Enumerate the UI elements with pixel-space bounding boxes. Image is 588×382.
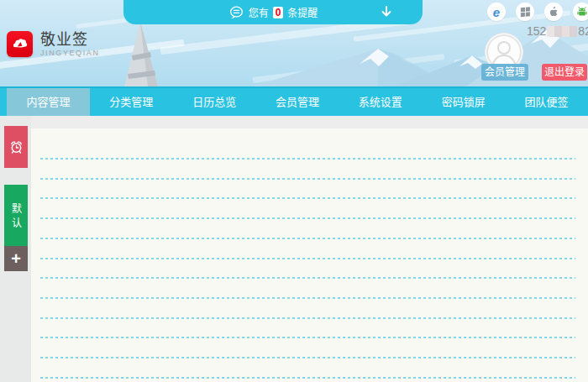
tab-category-manage[interactable]: 分类管理 (90, 88, 173, 116)
logout-button[interactable]: 退出登录 (542, 64, 587, 81)
tab-calendar-overview[interactable]: 日历总览 (173, 88, 256, 116)
app-name: 敬业签 (40, 31, 100, 48)
reminder-category-button[interactable] (4, 126, 28, 168)
note-line (40, 317, 575, 319)
android-icon[interactable] (573, 3, 588, 21)
notes-area[interactable] (31, 128, 588, 382)
note-line (40, 297, 575, 299)
app-window: 敬业签 JINGYEQIAN 您有 0 条提醒 e (0, 0, 588, 382)
phone-redaction (547, 26, 577, 37)
note-line (40, 197, 575, 199)
note-line (40, 217, 575, 219)
member-manage-button[interactable]: 会员管理 (481, 64, 528, 81)
tab-content-manage[interactable]: 内容管理 (7, 88, 90, 116)
category-rail: 默认 + (0, 116, 31, 382)
app-name-latin: JINGYEQIAN (40, 49, 100, 57)
note-line (40, 377, 575, 379)
notification-banner[interactable]: 您有 0 条提醒 (123, 0, 423, 24)
phone-suffix: 82 (578, 24, 588, 38)
apple-icon[interactable] (544, 3, 563, 21)
note-line (40, 277, 575, 279)
header: 敬业签 JINGYEQIAN 您有 0 条提醒 e (0, 0, 588, 86)
notification-count-badge: 0 (273, 7, 284, 18)
ie-browser-icon[interactable]: e (487, 3, 506, 21)
add-category-button[interactable]: + (4, 246, 28, 271)
note-line (40, 337, 575, 338)
collapse-arrow-icon[interactable] (379, 4, 394, 22)
main-nav: 内容管理 分类管理 日历总览 会员管理 系统设置 密码锁屏 团队便签 (0, 86, 588, 116)
tab-system-settings[interactable]: 系统设置 (339, 88, 422, 116)
tab-team-notes[interactable]: 团队便签 (505, 88, 588, 116)
note-line (40, 238, 575, 239)
category-default-button[interactable]: 默认 (4, 185, 28, 246)
main-body: 默认 + (0, 116, 588, 382)
windows-icon[interactable] (516, 3, 534, 21)
alarm-clock-icon (9, 140, 24, 154)
phone-prefix: 152 (527, 24, 546, 38)
platform-icons: e (487, 3, 588, 21)
app-logo-icon (7, 31, 33, 57)
tab-password-lock[interactable]: 密码锁屏 (422, 88, 505, 116)
notification-suffix: 条提醒 (287, 5, 318, 19)
tab-member-manage[interactable]: 会员管理 (256, 88, 339, 116)
notification-prefix: 您有 (249, 5, 269, 19)
note-line (40, 178, 575, 180)
note-line (40, 258, 575, 259)
note-line (40, 158, 575, 160)
message-bubble-icon (228, 5, 244, 20)
account-phone: 152 82 (527, 24, 588, 38)
ie-glyph: e (493, 6, 500, 18)
app-logo: 敬业签 JINGYEQIAN (7, 31, 100, 57)
note-line (40, 357, 575, 358)
